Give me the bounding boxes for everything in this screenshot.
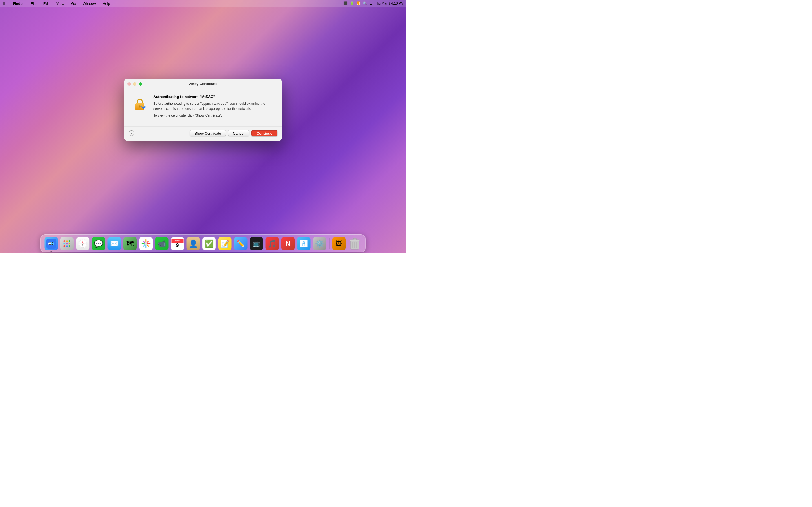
menubar-left:  Finder File Edit View Go Window Help [2,1,111,6]
dock-item-photos[interactable] [139,236,153,251]
battery-icon: 🔋 [350,1,354,5]
menubar-extensions-icon: ⬛ [343,1,348,5]
wifi-icon: 📶 [356,1,361,5]
dock-item-reminders[interactable]: ✅ [202,236,216,251]
dialog-body-text-1: Before authenticating to server "cppm.mt… [153,101,275,111]
search-icon[interactable]: 🔍 [363,1,367,5]
traffic-lights [128,82,142,86]
dock-separator [329,238,329,249]
dock-item-finder[interactable] [44,236,59,251]
minimize-button[interactable] [133,82,137,86]
menu-edit[interactable]: Edit [42,1,51,6]
close-button[interactable] [128,82,131,86]
svg-point-4 [143,108,144,109]
syspreferences-icon: ⚙️ [313,237,326,250]
dock-item-trash[interactable] [348,236,362,251]
safari-icon [76,237,90,250]
svg-point-20 [69,245,70,247]
help-button[interactable]: ? [129,130,134,136]
contacts-icon: 👤 [187,237,200,250]
clock: Thu Mar 9 4:10 PM [375,1,404,5]
appstore-icon: 🅰 [297,237,311,250]
launchpad-icon [60,237,74,250]
notes-icon: 📝 [218,237,232,250]
svg-point-19 [66,245,68,247]
trash-icon [348,237,362,250]
footer-buttons: Show Certificate Cancel Continue [190,130,277,136]
dock-item-notes[interactable]: 📝 [218,236,232,251]
dialog-heading: Authenticating to network "MtSAC" [153,95,275,99]
svg-point-14 [69,240,70,242]
app-name[interactable]: Finder [11,1,25,6]
reminders-icon: ✅ [202,237,216,250]
news-icon: N [282,237,295,250]
dock-item-appletv[interactable]: 📺 [249,236,264,251]
menubar:  Finder File Edit View Go Window Help ⬛… [0,0,406,7]
verify-certificate-dialog: Verify Certificate [124,79,282,141]
dialog-body: Authenticating to network "MtSAC" Before… [124,89,282,126]
dialog-footer: ? Show Certificate Cancel Continue [124,126,282,141]
freeform-icon: ✏️ [234,237,248,250]
dock-item-screenshot[interactable]: 🖼 [332,236,347,251]
dock-item-maps[interactable]: 🗺 [123,236,138,251]
cancel-button[interactable]: Cancel [228,130,249,136]
photos-icon [139,237,153,250]
facetime-icon: 📹 [155,237,168,250]
control-center-icon[interactable]: ☰ [369,1,372,5]
dock-item-safari[interactable] [75,236,90,251]
apple-menu[interactable]:  [2,1,6,6]
menu-view[interactable]: View [55,1,65,6]
svg-point-13 [66,240,68,242]
dock-item-calendar[interactable]: MAR 9 [170,236,185,251]
svg-point-17 [69,243,70,244]
svg-point-18 [64,245,65,247]
dock-item-facetime[interactable]: 📹 [154,236,169,251]
svg-point-16 [66,243,68,244]
svg-rect-31 [353,238,357,240]
maximize-button[interactable] [139,82,142,86]
calendar-icon: MAR 9 [171,237,185,250]
svg-rect-3 [140,106,140,108]
dock-item-music[interactable]: 🎵 [265,236,280,251]
lock-wifi-icon [133,97,147,113]
svg-point-28 [145,242,147,245]
appletv-icon: 📺 [250,237,263,250]
dock-item-freeform[interactable]: ✏️ [234,236,248,251]
music-icon: 🎵 [266,237,279,250]
dock-item-messages[interactable]: 💬 [91,236,106,251]
dialog-body-text-2: To view the certificate, click 'Show Cer… [153,113,275,118]
menubar-right: ⬛ 🔋 📶 🔍 ☰ Thu Mar 9 4:10 PM [343,1,404,5]
screenshot-icon: 🖼 [333,237,346,250]
dialog-overlay: Verify Certificate [0,0,406,253]
menu-file[interactable]: File [30,1,38,6]
dock: 💬 ✉️ 🗺 [40,234,366,252]
dialog-title: Verify Certificate [189,82,218,86]
menu-help[interactable]: Help [101,1,111,6]
dialog-content: Authenticating to network "MtSAC" Before… [153,95,275,120]
menu-window[interactable]: Window [82,1,97,6]
dock-item-contacts[interactable]: 👤 [186,236,201,251]
dock-item-news[interactable]: N [281,236,296,251]
svg-point-10 [50,242,51,243]
svg-point-15 [64,243,65,244]
dock-item-mail[interactable]: ✉️ [107,236,122,251]
desktop:  Finder File Edit View Go Window Help ⬛… [0,0,406,253]
dock-item-syspreferences[interactable]: ⚙️ [312,236,327,251]
maps-icon: 🗺 [123,237,137,250]
messages-icon: 💬 [92,237,105,250]
mail-icon: ✉️ [108,237,121,250]
continue-button[interactable]: Continue [252,130,277,136]
svg-point-12 [64,240,65,242]
finder-icon [45,237,58,250]
dock-item-launchpad[interactable] [60,236,74,251]
svg-point-11 [52,242,53,243]
dialog-icon [131,96,149,114]
show-certificate-button[interactable]: Show Certificate [190,130,226,136]
dialog-titlebar: Verify Certificate [124,79,282,89]
dock-item-appstore[interactable]: 🅰 [297,236,311,251]
finder-dot [51,251,52,252]
menu-go[interactable]: Go [70,1,77,6]
